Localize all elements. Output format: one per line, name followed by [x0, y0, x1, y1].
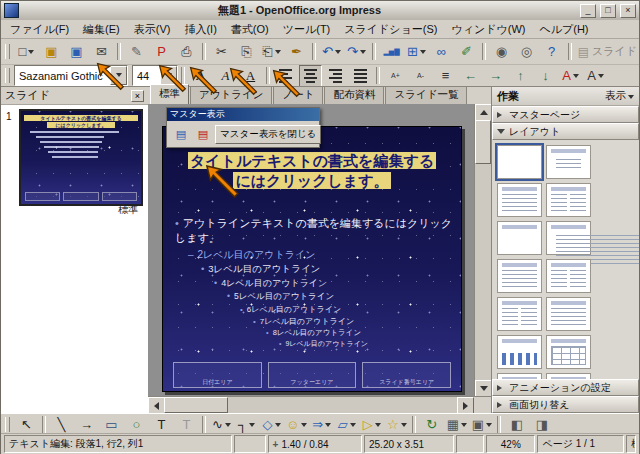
stars-button[interactable]: ☆: [385, 413, 408, 435]
dropdown-arrow-icon[interactable]: [275, 423, 281, 430]
tab-notes[interactable]: ノート: [273, 86, 323, 104]
outline-level-2[interactable]: –2レベル目のアウトライン: [169, 248, 455, 262]
master-view-toolbar[interactable]: マスター表示 ▤▤ マスター表示を閉じる: [166, 107, 320, 148]
curve-button[interactable]: ∿: [210, 413, 233, 435]
view-menu-label[interactable]: 表示: [605, 89, 626, 103]
status-zoom[interactable]: 42%: [486, 435, 535, 453]
undo-button[interactable]: ↶: [320, 41, 343, 63]
layout-thumbnail[interactable]: [497, 373, 542, 379]
decrease-font-button[interactable]: A-: [409, 65, 432, 87]
menu-window[interactable]: ウィンドウ(W): [444, 20, 532, 39]
print-button[interactable]: ⎙: [175, 41, 198, 63]
menu-view[interactable]: 表示(V): [127, 20, 178, 39]
vertical-scrollbar[interactable]: [474, 104, 491, 397]
layout-thumbnail[interactable]: [497, 145, 542, 179]
new-master-button[interactable]: ▤: [171, 124, 191, 144]
section-master-pages[interactable]: マスターページ: [492, 106, 639, 123]
font-name-dropdown-button[interactable]: [110, 66, 127, 85]
layout-thumbnail[interactable]: [546, 145, 591, 179]
ellipse-button[interactable]: ○: [125, 413, 148, 435]
navigator-button[interactable]: ◉: [490, 41, 513, 63]
font-size-dropdown-button[interactable]: [160, 66, 177, 85]
hyperlink-button[interactable]: ∞: [430, 41, 453, 63]
zoom-button[interactable]: ◎: [515, 41, 538, 63]
font-name-combobox[interactable]: Sazanami Gothic: [14, 65, 128, 86]
dropdown-arrow-icon[interactable]: [598, 74, 604, 81]
help-button[interactable]: ?: [540, 41, 563, 63]
tab-slide-sorter[interactable]: スライド一覧: [385, 86, 467, 104]
bullets-button[interactable]: ≡: [434, 65, 457, 87]
footer-placeholder[interactable]: フッターエリア: [268, 362, 357, 388]
bold-button[interactable]: A: [189, 65, 212, 87]
dropdown-arrow-icon[interactable]: [301, 423, 307, 430]
dropdown-arrow-icon[interactable]: [401, 423, 407, 430]
tab-outline[interactable]: アウトライン: [190, 86, 272, 104]
close-master-view-button[interactable]: マスター表示を閉じる: [215, 125, 321, 144]
copy-button[interactable]: ⎘: [235, 41, 258, 63]
italic-button[interactable]: A: [214, 65, 237, 87]
canvas[interactable]: タイトルテキストの書式を編集する にはクリックします。 •アウトラインテキストの…: [148, 104, 474, 397]
shadow-button[interactable]: ◧: [505, 413, 528, 435]
format-paintbrush-button[interactable]: ✒: [285, 41, 308, 63]
horizontal-scroll-thumb[interactable]: [164, 397, 228, 413]
layout-thumbnail[interactable]: [497, 183, 542, 217]
layout-thumbnail[interactable]: [546, 221, 591, 255]
font-size-value[interactable]: 44: [133, 70, 160, 82]
slide-master[interactable]: タイトルテキストの書式を編集する にはクリックします。 •アウトラインテキストの…: [162, 126, 462, 392]
cut-button[interactable]: ✂: [210, 41, 233, 63]
menu-insert[interactable]: 挿入(I): [177, 20, 223, 39]
dropdown-arrow-icon[interactable]: [360, 50, 366, 57]
horizontal-scrollbar[interactable]: [148, 396, 474, 413]
font-color-button[interactable]: A: [559, 65, 582, 87]
menu-help[interactable]: ヘルプ(H): [532, 20, 595, 39]
slide-number-placeholder[interactable]: スライド番号エリア: [362, 362, 451, 388]
scroll-right-button[interactable]: [457, 397, 474, 414]
font-size-combobox[interactable]: 44: [132, 65, 178, 86]
export-pdf-button[interactable]: P: [150, 41, 173, 63]
dropdown-arrow-icon[interactable]: [486, 423, 492, 430]
email-button[interactable]: ✉: [90, 41, 113, 63]
dropdown-arrow-icon[interactable]: [249, 423, 255, 430]
new-document-button[interactable]: □: [15, 41, 38, 63]
text-button[interactable]: T: [150, 413, 173, 435]
dropdown-arrow-icon[interactable]: [335, 50, 341, 57]
title-placeholder[interactable]: タイトルテキストの書式を編集する にはクリックします。: [171, 151, 453, 190]
scroll-left-button[interactable]: [148, 397, 165, 414]
task-panel-view-menu[interactable]: 表示: [605, 89, 634, 103]
layout-thumbnail[interactable]: [497, 259, 542, 293]
alignment-button[interactable]: ▦: [445, 413, 468, 435]
section-custom-animation[interactable]: アニメーションの設定: [492, 379, 639, 396]
arrow-line-button[interactable]: →: [75, 413, 98, 435]
dropdown-arrow-icon[interactable]: [573, 74, 579, 81]
callouts-button[interactable]: ▷: [360, 413, 383, 435]
underline-button[interactable]: A: [239, 65, 262, 87]
section-layouts[interactable]: レイアウト: [492, 123, 639, 140]
dropdown-arrow-icon[interactable]: [350, 423, 356, 430]
menu-edit[interactable]: 編集(E): [76, 20, 127, 39]
outline-level-6[interactable]: •6レベル目のアウトライン: [169, 304, 455, 315]
font-name-value[interactable]: Sazanami Gothic: [15, 70, 110, 82]
delete-master-button[interactable]: ▤: [193, 124, 213, 144]
rotate-button[interactable]: ↻: [420, 413, 443, 435]
dropdown-arrow-icon[interactable]: [225, 423, 231, 430]
move-up-button[interactable]: ↑: [509, 65, 532, 87]
menu-tools[interactable]: ツール(T): [276, 20, 338, 39]
arrange-button[interactable]: ▣: [470, 413, 493, 435]
outline-level-8[interactable]: •8レベル目のアウトライン: [169, 328, 455, 338]
select-button[interactable]: ↖: [15, 413, 38, 435]
maximize-button[interactable]: □: [600, 4, 616, 18]
rectangle-button[interactable]: ▭: [100, 413, 123, 435]
slide-thumbnail[interactable]: タイトルテキストの書式を編集する にはクリックします。: [19, 109, 143, 206]
date-placeholder[interactable]: 日付エリア: [173, 362, 262, 388]
menu-format[interactable]: 書式(O): [224, 20, 276, 39]
outline-level-5[interactable]: •5レベル目のアウトライン: [169, 291, 455, 303]
toolbar-grip[interactable]: [5, 68, 10, 83]
save-button[interactable]: ▣: [65, 41, 88, 63]
dropdown-arrow-icon[interactable]: [461, 423, 467, 430]
layout-thumbnail[interactable]: [497, 297, 542, 331]
scroll-down-button[interactable]: [475, 380, 492, 397]
outline-level-4[interactable]: •4レベル目のアウトライン: [169, 277, 455, 290]
outline-level-1[interactable]: •アウトラインテキストの書式を編集するにはクリックします。: [169, 216, 455, 246]
master-view-titlebar[interactable]: マスター表示: [167, 108, 319, 121]
tab-handout[interactable]: 配布資料: [324, 86, 384, 104]
